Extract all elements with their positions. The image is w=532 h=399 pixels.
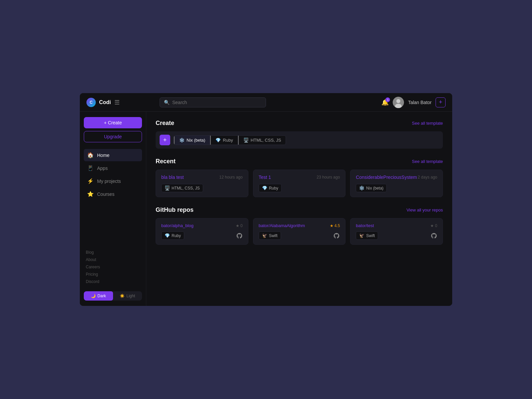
svg-point-1 xyxy=(396,99,400,103)
recent-card-0-time: 12 hours ago xyxy=(219,175,243,180)
create-templates-row: + ❄️ Nix (beta) 💎 Ruby 🖥️ HTML, CSS, JS xyxy=(156,131,443,149)
recent-card-1-tag-icon: 💎 xyxy=(262,186,267,191)
footer-blog[interactable]: Blog xyxy=(84,249,142,255)
repo-card-0-header: bator/alpha_blog ★ 0 xyxy=(161,223,243,228)
light-theme-button[interactable]: ☀️ Light xyxy=(113,291,142,301)
repo-card-0-stars: ★ 0 xyxy=(236,223,243,228)
theme-toggle: 🌙 Dark ☀️ Light xyxy=(84,291,142,301)
sidebar-item-courses[interactable]: ⭐ Courses xyxy=(84,188,142,200)
home-icon: 🏠 xyxy=(87,152,94,158)
hamburger-icon[interactable]: ☰ xyxy=(114,99,120,106)
nav-items: 🏠 Home 📱 Apps ⚡ My projects ⭐ Courses xyxy=(84,149,142,200)
main-content: Create See all template + ❄️ Nix (beta) … xyxy=(146,112,452,306)
repo-card-0-tag: 💎 Ruby xyxy=(161,231,184,240)
notification-button[interactable]: 🔔 1 xyxy=(381,99,389,106)
sidebar-item-home-label: Home xyxy=(97,153,109,158)
template-tabs: ❄️ Nix (beta) 💎 Ruby 🖥️ HTML, CSS, JS xyxy=(174,135,286,145)
repo-card-2-footer: 🦅 Swift xyxy=(356,231,437,240)
repo-card-2-name: bator/test xyxy=(356,223,374,228)
sidebar-item-home[interactable]: 🏠 Home xyxy=(84,149,142,161)
recent-title: Recent xyxy=(156,158,176,165)
recent-see-all[interactable]: See all template xyxy=(412,159,443,164)
github-icon-2 xyxy=(431,232,437,239)
recent-card-1[interactable]: Test 1 23 hours ago 💎 Ruby xyxy=(253,170,346,197)
header-right: 🔔 1 Talan Bator + xyxy=(381,97,446,108)
recent-card-1-tag: 💎 Ruby xyxy=(259,184,282,192)
github-repos-row: bator/alpha_blog ★ 0 💎 Ruby xyxy=(156,218,443,245)
recent-card-2-tag: ❄️ Nix (beta) xyxy=(356,184,387,192)
repo-2-tag-icon: 🦅 xyxy=(359,233,364,238)
sidebar: + Create Upgrade 🏠 Home 📱 Apps ⚡ My proj… xyxy=(80,112,146,306)
recent-card-0[interactable]: bla bla test 12 hours ago 🖥️ HTML, CSS, … xyxy=(156,170,248,197)
sidebar-item-myprojects-label: My projects xyxy=(97,179,121,184)
app-window: C Codi ☰ 🔍 🔔 1 Talan Bator + xyxy=(80,93,452,306)
footer-about[interactable]: About xyxy=(84,257,142,263)
upgrade-button[interactable]: Upgrade xyxy=(84,131,142,142)
repo-card-2[interactable]: bator/test ★ 0 🦅 Swift xyxy=(350,218,443,245)
apps-icon: 📱 xyxy=(87,165,94,171)
repo-card-1-name: bator/AlabamaAlgorithm xyxy=(259,223,305,228)
search-icon: 🔍 xyxy=(164,100,170,105)
logo-text: Codi xyxy=(99,99,111,105)
create-see-all[interactable]: See all template xyxy=(412,121,443,126)
create-button[interactable]: + Create xyxy=(84,117,142,128)
recent-card-2-header: ConsiderablePreciousSystem 2 days ago xyxy=(356,175,437,180)
recent-card-0-tag-icon: 🖥️ xyxy=(165,186,170,191)
repo-card-1-header: bator/AlabamaAlgorithm ★ 4.5 xyxy=(259,223,340,228)
recent-card-1-name: Test 1 xyxy=(259,175,271,180)
avatar xyxy=(393,97,404,108)
create-title: Create xyxy=(156,120,174,127)
template-tab-ruby[interactable]: 💎 Ruby xyxy=(210,136,238,145)
projects-icon: ⚡ xyxy=(87,178,94,184)
recent-card-2-name: ConsiderablePreciousSystem xyxy=(356,175,417,180)
dark-theme-button[interactable]: 🌙 Dark xyxy=(84,291,113,301)
html-icon: 🖥️ xyxy=(243,138,249,143)
recent-card-0-header: bla bla test 12 hours ago xyxy=(161,175,243,180)
search-input[interactable] xyxy=(172,100,262,105)
recent-card-2[interactable]: ConsiderablePreciousSystem 2 days ago ❄️… xyxy=(350,170,443,197)
recent-card-2-time: 2 days ago xyxy=(418,175,437,180)
repo-card-0-footer: 💎 Ruby xyxy=(161,231,243,240)
moon-icon: 🌙 xyxy=(91,294,96,298)
github-view-all[interactable]: View all your repos xyxy=(406,207,443,212)
template-tab-html[interactable]: 🖥️ HTML, CSS, JS xyxy=(238,136,286,145)
courses-icon: ⭐ xyxy=(87,191,94,197)
new-item-button[interactable]: + xyxy=(436,97,446,107)
footer-careers[interactable]: Careers xyxy=(84,264,142,270)
repo-card-0[interactable]: bator/alpha_blog ★ 0 💎 Ruby xyxy=(156,218,248,245)
search-box[interactable]: 🔍 xyxy=(160,97,266,107)
footer-discord[interactable]: Discord xyxy=(84,279,142,285)
sidebar-item-courses-label: Courses xyxy=(97,192,114,197)
footer-links: Blog About Careers Pricing Discord xyxy=(84,249,142,285)
repo-card-1-tag: 🦅 Swift xyxy=(259,231,281,240)
footer-pricing[interactable]: Pricing xyxy=(84,271,142,277)
create-section-header: Create See all template xyxy=(156,120,443,127)
recent-card-0-name: bla bla test xyxy=(161,175,184,180)
user-name: Talan Bator xyxy=(408,100,432,105)
header-center: 🔍 xyxy=(153,97,381,107)
new-template-button[interactable]: + xyxy=(160,135,170,145)
sidebar-item-myprojects[interactable]: ⚡ My projects xyxy=(84,175,142,187)
sidebar-item-apps-label: Apps xyxy=(97,166,108,171)
sidebar-item-apps[interactable]: 📱 Apps xyxy=(84,162,142,174)
body: + Create Upgrade 🏠 Home 📱 Apps ⚡ My proj… xyxy=(80,112,452,306)
template-tab-nix[interactable]: ❄️ Nix (beta) xyxy=(174,136,210,145)
repo-card-1-footer: 🦅 Swift xyxy=(259,231,340,240)
recent-card-1-time: 23 hours ago xyxy=(317,175,340,180)
header-left: C Codi ☰ xyxy=(86,98,153,107)
github-section-header: GitHub repos View all your repos xyxy=(156,206,443,213)
repo-card-2-header: bator/test ★ 0 xyxy=(356,223,437,228)
github-title: GitHub repos xyxy=(156,206,194,213)
ruby-icon: 💎 xyxy=(215,138,221,143)
repo-card-2-stars: ★ 0 xyxy=(430,223,437,228)
recent-card-1-header: Test 1 23 hours ago xyxy=(259,175,340,180)
recent-section-header: Recent See all template xyxy=(156,158,443,165)
sidebar-footer: Blog About Careers Pricing Discord 🌙 Dar… xyxy=(84,249,142,301)
github-icon-0 xyxy=(236,232,243,239)
nix-icon: ❄️ xyxy=(179,138,185,143)
repo-card-1[interactable]: bator/AlabamaAlgorithm ★ 4.5 🦅 Swift xyxy=(253,218,346,245)
github-icon-1 xyxy=(333,232,340,239)
repo-card-0-name: bator/alpha_blog xyxy=(161,223,194,228)
sun-icon: ☀️ xyxy=(120,294,125,298)
logo-icon: C xyxy=(86,98,96,107)
